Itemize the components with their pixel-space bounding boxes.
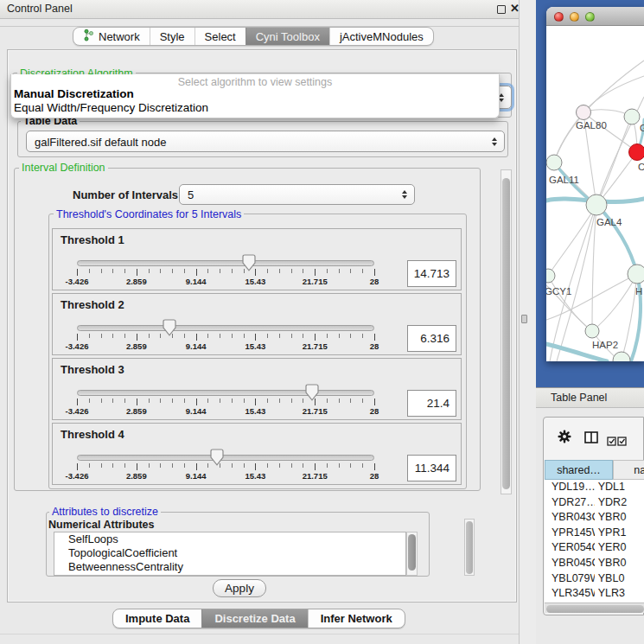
checkbox-icon[interactable] — [617, 434, 627, 450]
tab-cyni-toolbox[interactable]: Cyni Toolbox — [245, 28, 329, 45]
gcy1-node[interactable] — [546, 269, 555, 283]
table-row[interactable]: YDL19…YDL1 — [545, 480, 644, 495]
table-panel-titlebar: Table Panel — [536, 387, 644, 408]
cell-shared-name[interactable]: YBR045C — [545, 556, 595, 571]
table-row[interactable]: YDR27…YDR2 — [545, 495, 644, 511]
split-columns-icon[interactable] — [584, 431, 598, 447]
column-header-2[interactable]: name — [613, 460, 644, 480]
combo-arrows-icon — [402, 190, 407, 199]
network-window-titlebar[interactable] — [546, 7, 644, 26]
threshold-value-field[interactable]: 6.316 — [407, 325, 456, 352]
bottom-node[interactable] — [613, 352, 630, 361]
network-node-label: GAL80 — [576, 120, 607, 131]
cell-shared-name[interactable]: YDR27… — [545, 495, 595, 511]
threshold-label: Threshold 3 — [61, 363, 124, 376]
table-row[interactable]: YLR345WYLR3 — [545, 586, 644, 602]
gal4-node[interactable] — [586, 194, 607, 215]
minimize-traffic-light-icon[interactable] — [570, 12, 579, 22]
interval-scrollbar-thumb[interactable] — [502, 178, 510, 489]
right-mid-node[interactable] — [628, 265, 644, 284]
attribute-list-item[interactable]: BetweennessCentrality — [54, 560, 405, 574]
bottom-tab-bar: Impute DataDiscretize DataInfer Network — [112, 609, 405, 628]
tick-label: 15.43 — [245, 471, 266, 481]
table-hscrollbar[interactable] — [545, 603, 644, 613]
threshold-slider-track[interactable] — [77, 455, 374, 461]
attributes-list-scrollbar-thumb[interactable] — [408, 534, 416, 571]
attributes-pane-scrollbar-thumb[interactable] — [466, 521, 473, 574]
cell-shared-name[interactable]: YBL079W — [545, 571, 595, 587]
threshold-value-field[interactable]: 21.4 — [407, 390, 456, 417]
network-edge-highlighted[interactable] — [596, 205, 637, 274]
split-pane-handle-icon[interactable] — [521, 315, 527, 323]
threshold-slider-track[interactable] — [77, 260, 374, 266]
threshold-value-field[interactable]: 14.713 — [407, 260, 456, 287]
attributes-list-scrollbar[interactable] — [406, 532, 418, 576]
bottom-tab-infer-network[interactable]: Infer Network — [308, 609, 405, 628]
tick-label: 9.144 — [186, 471, 207, 481]
cell-name[interactable]: YBR0 — [595, 510, 644, 526]
tab-jactivemnodules[interactable]: jActiveMNodules — [329, 28, 433, 45]
interval-scrollbar[interactable] — [501, 169, 512, 494]
cell-shared-name[interactable]: YLR345W — [545, 586, 595, 602]
numerical-attributes-list[interactable]: SelfLoopsTopologicalCoefficientBetweenne… — [54, 532, 406, 576]
attributes-pane-scrollbar[interactable] — [464, 519, 475, 576]
bottom-tab-discretize-data[interactable]: Discretize Data — [201, 609, 307, 628]
tab-select[interactable]: Select — [194, 28, 245, 45]
gear-icon[interactable] — [558, 430, 571, 447]
tick-label: 9.144 — [186, 341, 207, 351]
hap2-node[interactable] — [585, 324, 599, 338]
attributes-group-label: Attributes to discretize — [49, 506, 161, 518]
network-edge[interactable] — [583, 76, 644, 112]
cell-name[interactable]: YBR0 — [595, 556, 644, 571]
cell-shared-name[interactable]: YER054C — [545, 540, 595, 556]
table-data-combobox[interactable]: galFiltered.sif default node — [26, 131, 505, 152]
threshold-value-field[interactable]: 11.344 — [407, 455, 456, 481]
algorithm-option[interactable]: Manual Discretization — [11, 87, 499, 101]
cell-name[interactable]: YDL1 — [595, 480, 644, 495]
table-row[interactable]: YBR043CYBR0 — [545, 510, 644, 526]
cell-name[interactable]: YPR1 — [595, 526, 644, 541]
cell-shared-name[interactable]: YPR145W — [545, 526, 595, 541]
table-rows: YDL19…YDL1YDR27…YDR2YBR043CYBR0YPR145WYP… — [545, 480, 644, 603]
threshold-slider-track[interactable] — [77, 325, 374, 331]
threshold-panel: Threshold 4-3.4262.8599.14415.4321.71528… — [52, 423, 462, 485]
tick-label: 2.859 — [126, 471, 147, 481]
float-window-icon[interactable] — [497, 5, 506, 14]
apply-button[interactable]: Apply — [213, 579, 266, 597]
checkbox-icon[interactable] — [607, 434, 616, 450]
tick-label: 21.715 — [303, 341, 328, 351]
table-row[interactable]: YBL079WYBL0 — [545, 571, 644, 587]
cell-shared-name[interactable]: YBR043C — [545, 510, 595, 526]
zoom-traffic-light-icon[interactable] — [585, 12, 595, 22]
number-of-intervals-value: 5 — [188, 188, 194, 201]
cell-name[interactable]: YLR3 — [595, 586, 644, 602]
slider-major-ticks — [77, 399, 375, 405]
table-row[interactable]: YER054CYER0 — [545, 540, 644, 556]
table-row[interactable]: YPR145WYPR1 — [545, 526, 644, 541]
close-traffic-light-icon[interactable] — [554, 12, 564, 22]
split-pane-divider[interactable] — [519, 0, 536, 644]
tick-label: -3.426 — [66, 471, 89, 481]
threshold-slider-track[interactable] — [77, 390, 374, 396]
network-canvas[interactable]: GAL80GAL11GAL4GCY1HAP2GACH — [546, 26, 644, 361]
tab-network[interactable]: Network — [73, 28, 150, 45]
top-right-node[interactable] — [624, 109, 640, 124]
tab-label: Cyni Toolbox — [256, 30, 320, 43]
number-of-intervals-combobox[interactable]: 5 — [179, 184, 415, 205]
red-node[interactable] — [629, 144, 644, 161]
cell-name[interactable]: YDR2 — [595, 495, 644, 511]
cell-name[interactable]: YBL0 — [595, 571, 644, 587]
column-header-1[interactable]: shared… — [545, 460, 613, 480]
cell-name[interactable]: YER0 — [595, 540, 644, 556]
algorithm-option[interactable]: Equal Width/Frequency Discretization — [11, 101, 499, 115]
thresholds-list: Threshold 1-3.4262.8599.14415.4321.71528… — [52, 228, 462, 488]
table-row[interactable]: YBR045CYBR0 — [545, 556, 644, 571]
attribute-list-item[interactable]: SelfLoops — [54, 532, 405, 546]
gal80-node[interactable] — [577, 105, 591, 120]
tab-style[interactable]: Style — [150, 28, 194, 45]
attribute-list-item[interactable]: TopologicalCoefficient — [54, 546, 405, 560]
table-hscrollbar-thumb[interactable] — [546, 605, 644, 613]
bottom-tab-impute-data[interactable]: Impute Data — [113, 609, 201, 628]
cell-shared-name[interactable]: YDL19… — [545, 480, 595, 495]
gal11-node[interactable] — [546, 155, 562, 170]
